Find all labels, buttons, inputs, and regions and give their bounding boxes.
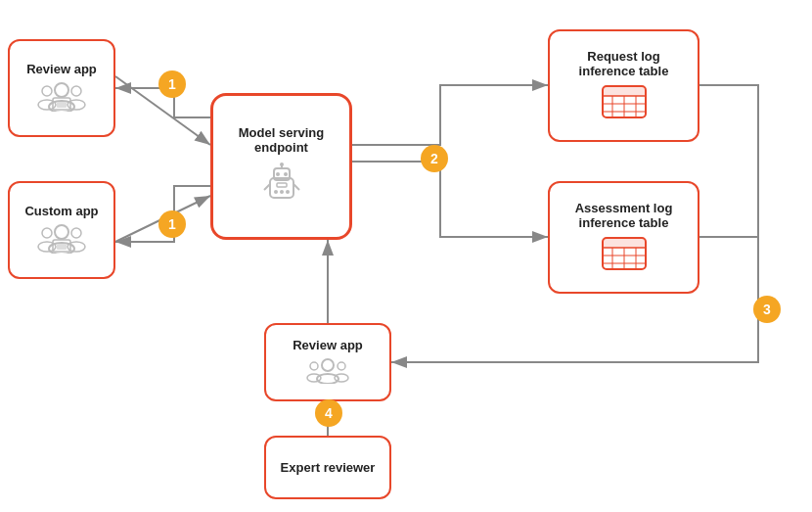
badge-1-bottom: 1 — [158, 210, 186, 238]
badge-4: 4 — [315, 399, 342, 427]
svg-point-51 — [310, 362, 318, 370]
custom-app-icon — [37, 222, 86, 256]
svg-point-52 — [307, 374, 321, 382]
svg-point-54 — [335, 374, 348, 382]
svg-rect-20 — [57, 244, 67, 250]
svg-point-24 — [280, 163, 284, 166]
diagram: Review app Custom app — [0, 0, 812, 512]
review-app-top-icon — [37, 80, 86, 115]
assessment-log-icon — [601, 236, 648, 274]
expert-reviewer-label: Expert reviewer — [281, 460, 376, 475]
review-app-top-box: Review app — [8, 39, 115, 137]
request-log-icon — [601, 84, 648, 122]
svg-point-17 — [71, 228, 81, 238]
svg-point-53 — [338, 362, 345, 370]
assessment-log-box: Assessment loginference table — [548, 181, 699, 294]
model-serving-box: Model servingendpoint — [210, 93, 352, 240]
svg-rect-12 — [57, 102, 67, 108]
svg-point-49 — [322, 359, 334, 371]
review-app-bottom-box: Review app — [264, 323, 391, 401]
svg-point-29 — [280, 190, 284, 194]
svg-point-13 — [55, 225, 68, 239]
expert-reviewer-box: Expert reviewer — [264, 436, 391, 499]
svg-rect-34 — [603, 86, 646, 96]
assessment-log-label: Assessment loginference table — [575, 201, 673, 230]
custom-app-box: Custom app — [8, 181, 115, 279]
model-serving-icon — [256, 163, 307, 209]
svg-point-25 — [276, 172, 280, 176]
svg-point-9 — [71, 86, 81, 96]
svg-point-30 — [286, 190, 290, 194]
request-log-box: Request loginference table — [548, 29, 699, 142]
review-app-bottom-icon — [306, 356, 349, 387]
badge-1-top: 1 — [158, 70, 186, 98]
svg-point-15 — [42, 228, 52, 238]
svg-point-5 — [55, 83, 68, 97]
request-log-label: Request loginference table — [579, 49, 669, 78]
svg-rect-42 — [603, 238, 646, 248]
review-app-top-label: Review app — [26, 62, 97, 76]
svg-point-7 — [42, 86, 52, 96]
svg-point-26 — [284, 172, 288, 176]
model-serving-label: Model servingendpoint — [239, 125, 324, 155]
review-app-bottom-label: Review app — [293, 338, 363, 352]
custom-app-label: Custom app — [24, 204, 98, 218]
svg-rect-27 — [277, 183, 287, 187]
svg-point-28 — [274, 190, 278, 194]
badge-2: 2 — [421, 145, 448, 172]
badge-3: 3 — [753, 296, 781, 323]
